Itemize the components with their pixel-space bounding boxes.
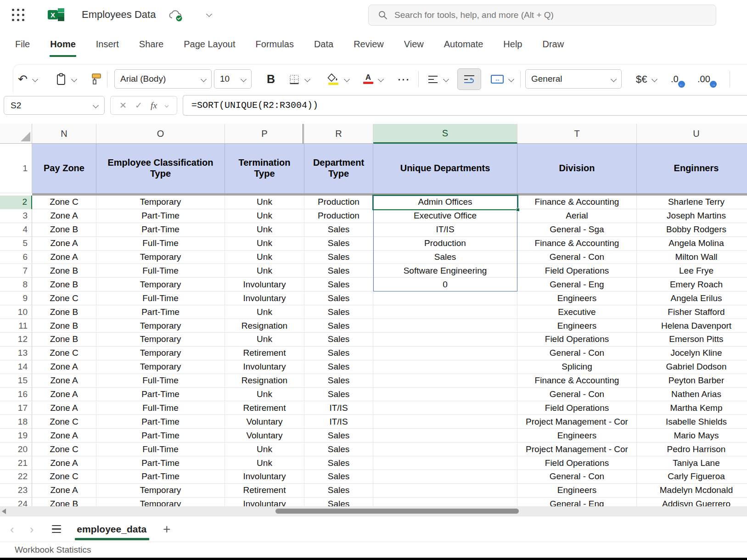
title-dropdown-chevron[interactable] [206, 11, 212, 17]
row-header-24[interactable]: 24 [0, 498, 32, 506]
cell-P2[interactable]: Unk [225, 196, 304, 209]
cell-T3[interactable]: Aerial [517, 209, 637, 223]
row-header-21[interactable]: 21 [0, 456, 32, 470]
cell-S14[interactable] [373, 360, 517, 374]
merge-button[interactable]: ↔ [491, 65, 513, 94]
cell-T2[interactable]: Finance & Accounting [517, 196, 637, 209]
font-size-select[interactable]: 10 [214, 69, 252, 89]
sheet-tab-employee-data[interactable]: employee_data [76, 517, 147, 541]
undo-button[interactable]: ↶ [18, 65, 37, 94]
cell-P18[interactable]: Voluntary [225, 415, 304, 429]
cell-T10[interactable]: Executive [517, 305, 637, 319]
cell-P3[interactable]: Unk [225, 209, 304, 223]
row-header-1[interactable]: 1 [0, 144, 32, 193]
borders-button[interactable] [289, 65, 309, 94]
cell-T7[interactable]: Field Operations [517, 264, 637, 278]
menu-item-automate[interactable]: Automate [444, 34, 484, 57]
cell-U24[interactable]: Addisyn Guerrero [637, 498, 747, 506]
cell-N3[interactable]: Zone A [32, 209, 96, 223]
cell-U2[interactable]: Sharlene Terry [637, 196, 747, 209]
cell-N6[interactable]: Zone A [32, 251, 96, 264]
cell-R24[interactable]: Sales [304, 498, 373, 506]
cell-N5[interactable]: Zone A [32, 237, 96, 251]
cell-P12[interactable]: Unk [225, 333, 304, 347]
cell-S12[interactable] [373, 333, 517, 347]
cell-R11[interactable]: Sales [304, 319, 373, 333]
next-sheet-chevron-icon[interactable]: › [30, 523, 34, 535]
cell-O6[interactable]: Temporary [96, 251, 225, 264]
cell-O8[interactable]: Temporary [96, 278, 225, 291]
column-header-U[interactable]: U [637, 124, 747, 144]
cell-O5[interactable]: Full-Time [96, 237, 225, 251]
column-header-T[interactable]: T [517, 124, 637, 144]
cell-U19[interactable]: Mario Mays [637, 429, 747, 442]
cell-T9[interactable]: Engineers [517, 291, 637, 305]
cell-U15[interactable]: Peyton Barber [637, 374, 747, 388]
cell-T21[interactable]: Field Operations [517, 456, 637, 470]
column-header-S[interactable]: S [373, 124, 517, 144]
cell-T11[interactable]: Engineers [517, 319, 637, 333]
menu-item-insert[interactable]: Insert [95, 34, 119, 57]
cell-R16[interactable]: Sales [304, 388, 373, 402]
cell-U17[interactable]: Martha Kemp [637, 402, 747, 415]
cell-O16[interactable]: Part-Time [96, 388, 225, 402]
cell-S10[interactable] [373, 305, 517, 319]
cancel-icon[interactable]: ✕ [119, 100, 127, 111]
cell-S5[interactable]: Production [373, 237, 517, 251]
cell-U3[interactable]: Joseph Martins [637, 209, 747, 223]
cell-S19[interactable] [373, 429, 517, 442]
cell-N14[interactable]: Zone A [32, 360, 96, 374]
cell-R14[interactable]: Sales [304, 360, 373, 374]
row-header-3[interactable]: 3 [0, 209, 32, 223]
cell-U21[interactable]: Taniya Lane [637, 456, 747, 470]
row-header-23[interactable]: 23 [0, 484, 32, 498]
cell-S9[interactable] [373, 291, 517, 305]
currency-dropdown-chevron[interactable] [652, 76, 658, 82]
cell-P15[interactable]: Resignation [225, 374, 304, 388]
cell-O7[interactable]: Full-Time [96, 264, 225, 278]
cell-U16[interactable]: Nathen Arias [637, 388, 747, 402]
prev-sheet-chevron-icon[interactable]: ‹ [10, 523, 14, 535]
cell-T5[interactable]: Finance & Accounting [517, 237, 637, 251]
cell-P10[interactable]: Unk [225, 305, 304, 319]
more-font-options-button[interactable]: ⋯ [397, 65, 410, 94]
menu-item-home[interactable]: Home [50, 34, 76, 57]
cell-O4[interactable]: Part-Time [96, 223, 225, 237]
column-header-O[interactable]: O [96, 124, 225, 144]
cell-R6[interactable]: Sales [304, 251, 373, 264]
align-button[interactable] [427, 65, 448, 94]
cell-O24[interactable]: Temporary [96, 498, 225, 506]
row-header-6[interactable]: 6 [0, 251, 32, 264]
column-header-P[interactable]: P [225, 124, 304, 144]
cell-N13[interactable]: Zone C [32, 347, 96, 360]
font-color-button[interactable]: A [363, 65, 383, 94]
insert-function-chevron[interactable] [165, 103, 168, 107]
name-box[interactable]: S2 [4, 96, 105, 115]
cell-O18[interactable]: Part-Time [96, 415, 225, 429]
cell-O11[interactable]: Temporary [96, 319, 225, 333]
row-header-5[interactable]: 5 [0, 237, 32, 251]
cell-N12[interactable]: Zone B [32, 333, 96, 347]
fill-color-dropdown-chevron[interactable] [344, 76, 350, 82]
cell-U4[interactable]: Bobby Rodgers [637, 223, 747, 237]
cell-S4[interactable]: IT/IS [373, 223, 517, 237]
cell-R20[interactable]: Sales [304, 442, 373, 456]
cell-N17[interactable]: Zone A [32, 402, 96, 415]
excel-logo-icon[interactable]: X [48, 7, 64, 22]
row-header-15[interactable]: 15 [0, 374, 32, 388]
cell-S15[interactable] [373, 374, 517, 388]
cell-S8[interactable]: 0 [373, 278, 517, 291]
cell-N18[interactable]: Zone C [32, 415, 96, 429]
column-header-R[interactable]: R [304, 124, 373, 144]
scroll-left-arrow-icon[interactable] [2, 509, 6, 514]
align-dropdown-chevron[interactable] [443, 76, 449, 82]
menu-item-data[interactable]: Data [314, 34, 334, 57]
cell-U11[interactable]: Helena Davenport [637, 319, 747, 333]
cell-R15[interactable]: Sales [304, 374, 373, 388]
cell-N10[interactable]: Zone B [32, 305, 96, 319]
cell-R23[interactable]: Sales [304, 484, 373, 498]
merge-dropdown-chevron[interactable] [508, 76, 514, 82]
cell-R19[interactable]: Sales [304, 429, 373, 442]
fill-handle[interactable] [516, 208, 520, 212]
row-header-19[interactable]: 19 [0, 429, 32, 442]
